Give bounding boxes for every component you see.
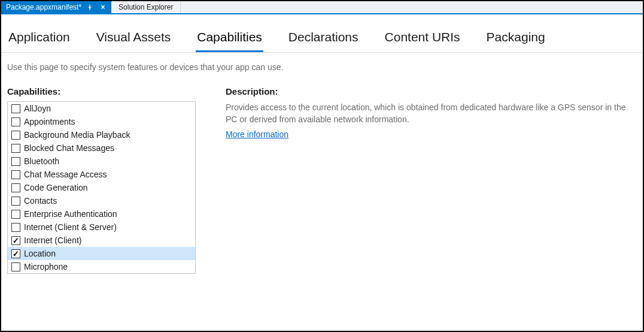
document-tab-bar: Package.appxmanifest* × Solution Explore…	[1, 1, 643, 14]
pin-icon[interactable]	[85, 2, 95, 12]
page-help-text: Use this page to specify system features…	[1, 53, 643, 78]
nav-tab-visual-assets[interactable]: Visual Assets	[95, 26, 172, 52]
capability-row[interactable]: Internet (Client)	[8, 234, 195, 247]
close-icon[interactable]: ×	[98, 2, 108, 12]
capabilities-list: AllJoynAppointmentsBackground Media Play…	[7, 101, 196, 274]
capability-row[interactable]: Microphone	[8, 260, 195, 273]
description-body: Provides access to the current location,…	[226, 101, 637, 126]
capability-label: Location	[24, 249, 56, 258]
capabilities-heading: Capabilities:	[7, 86, 196, 96]
capability-label: Internet (Client)	[24, 236, 81, 245]
capability-checkbox[interactable]	[11, 210, 20, 219]
capability-row[interactable]: Enterprise Authentication	[8, 207, 195, 221]
capability-checkbox[interactable]	[11, 197, 20, 206]
capability-row[interactable]: Location	[8, 247, 195, 260]
tab-label: Solution Explorer	[119, 3, 173, 11]
capability-row[interactable]: Appointments	[8, 115, 195, 128]
capability-row[interactable]: Internet (Client & Server)	[8, 221, 195, 234]
capability-checkbox[interactable]	[11, 157, 20, 166]
capability-row[interactable]: Background Media Playback	[8, 128, 195, 141]
nav-tab-content-uris[interactable]: Content URIs	[384, 26, 461, 52]
capability-label: AllJoyn	[24, 104, 51, 113]
nav-tab-declarations[interactable]: Declarations	[287, 26, 360, 52]
more-information-link[interactable]: More information	[226, 129, 288, 139]
capability-row[interactable]: Blocked Chat Messages	[8, 141, 195, 155]
tab-label: Package.appxmanifest*	[6, 3, 81, 11]
nav-tab-application[interactable]: Application	[7, 26, 71, 52]
manifest-nav-tabs: ApplicationVisual AssetsCapabilitiesDecl…	[1, 14, 643, 53]
capability-checkbox[interactable]	[11, 131, 20, 140]
capability-row[interactable]: Bluetooth	[8, 155, 195, 168]
capability-checkbox[interactable]	[11, 117, 20, 126]
description-column: Description: Provides access to the curr…	[226, 86, 637, 274]
capability-label: Contacts	[24, 196, 57, 206]
capability-row[interactable]: Contacts	[8, 194, 195, 207]
capability-row[interactable]: AllJoyn	[8, 102, 195, 115]
nav-tab-packaging[interactable]: Packaging	[485, 26, 546, 52]
capability-label: Internet (Client & Server)	[24, 222, 117, 232]
capability-label: Enterprise Authentication	[24, 209, 117, 219]
capability-label: Microphone	[24, 262, 68, 271]
capability-row[interactable]: Code Generation	[8, 181, 195, 194]
content-area: Capabilities: AllJoynAppointmentsBackgro…	[1, 78, 643, 274]
capability-checkbox[interactable]	[11, 249, 20, 258]
capability-checkbox[interactable]	[11, 144, 20, 153]
capability-row[interactable]: Chat Message Access	[8, 168, 195, 181]
description-heading: Description:	[226, 86, 637, 96]
nav-tab-capabilities[interactable]: Capabilities	[196, 26, 263, 52]
capability-checkbox[interactable]	[11, 262, 20, 271]
capabilities-column: Capabilities: AllJoynAppointmentsBackgro…	[7, 86, 196, 274]
capability-label: Code Generation	[24, 183, 88, 192]
capability-label: Bluetooth	[24, 156, 59, 166]
capability-checkbox[interactable]	[11, 170, 20, 179]
tab-package-appxmanifest[interactable]: Package.appxmanifest* ×	[1, 1, 111, 13]
capability-checkbox[interactable]	[11, 183, 20, 192]
tab-solution-explorer[interactable]: Solution Explorer	[111, 1, 181, 13]
capability-label: Appointments	[24, 117, 75, 126]
capability-label: Background Media Playback	[24, 130, 130, 140]
capability-label: Chat Message Access	[24, 170, 107, 179]
capability-label: Blocked Chat Messages	[24, 143, 114, 153]
capability-checkbox[interactable]	[11, 236, 20, 245]
capability-checkbox[interactable]	[11, 223, 20, 232]
capability-checkbox[interactable]	[11, 104, 20, 113]
